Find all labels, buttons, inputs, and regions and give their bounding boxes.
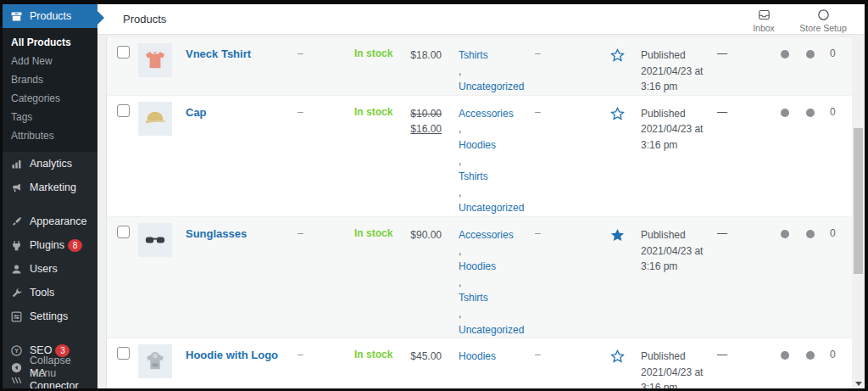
sale-price: $16.00 <box>399 121 442 137</box>
status-dot-icon <box>781 50 789 59</box>
date-cell: Published2021/04/23 at3:16 pm <box>637 338 717 388</box>
category-link[interactable]: Hoodies <box>459 259 520 275</box>
store-setup-icon <box>816 8 831 22</box>
category-link[interactable]: Tshirts <box>459 47 520 64</box>
product-name-link[interactable]: Cap <box>186 106 292 119</box>
categories-cell: Tshirts, Uncategorized <box>442 37 531 95</box>
thumbnail-cell <box>132 96 180 136</box>
sidebar-separator <box>3 328 97 338</box>
status-dot-icon <box>781 351 789 360</box>
category-link[interactable]: Hoodies <box>459 137 520 154</box>
inbox-button[interactable]: Inbox <box>734 6 793 33</box>
stock-status: In stock <box>348 37 399 59</box>
brush-icon <box>9 215 23 228</box>
sku-value: – <box>292 217 348 239</box>
status-dot-cell <box>798 96 823 120</box>
product-image[interactable] <box>138 344 172 378</box>
date-cell: Published2021/04/23 at3:16 pm <box>637 217 717 275</box>
sidebar-item-collapse-menu[interactable]: Collapse menu <box>3 349 97 385</box>
product-name-link[interactable]: Sunglasses <box>186 227 292 240</box>
price-value: $18.00 <box>399 37 442 64</box>
row-checkbox[interactable] <box>117 46 130 59</box>
category-link[interactable]: Tshirts <box>459 290 520 306</box>
store-setup-label: Store Setup <box>799 23 846 33</box>
sidebar-subitem-attributes[interactable]: Attributes <box>3 126 97 145</box>
thumbnail-cell <box>132 37 180 77</box>
collapse-arrow-icon <box>9 360 23 374</box>
stock-status: In stock <box>348 217 399 239</box>
sidebar-item-settings[interactable]: Settings <box>3 304 97 328</box>
product-name-link[interactable]: Hoodie with Logo <box>186 349 292 361</box>
user-icon <box>9 262 23 276</box>
sidebar-item-label: Settings <box>30 310 68 323</box>
activity-panel: Inbox Store Setup <box>734 6 865 33</box>
thumbnail-cell <box>132 217 180 257</box>
sku-value: – <box>292 338 348 360</box>
category-link[interactable]: Accessories <box>459 106 520 122</box>
status-dot-cell <box>772 96 798 120</box>
sidebar-subitem-tags[interactable]: Tags <box>3 108 97 126</box>
scrollbar-thumb[interactable] <box>854 128 863 274</box>
megaphone-icon <box>9 181 23 194</box>
vertical-scrollbar[interactable] <box>852 35 865 388</box>
sidebar-subitem-add-new[interactable]: Add New <box>3 52 97 70</box>
sidebar-item-tools[interactable]: Tools <box>3 281 97 304</box>
row-checkbox[interactable] <box>117 226 130 238</box>
price-value: $10.00$16.00 <box>399 96 442 137</box>
inbox-label: Inbox <box>753 23 775 33</box>
category-link[interactable]: Uncategorized <box>459 200 520 216</box>
sidebar-item-label: Users <box>30 263 58 276</box>
select-cell <box>107 338 132 362</box>
category-link[interactable]: Uncategorized <box>459 322 520 338</box>
tags-value: – <box>531 96 603 118</box>
products-submenu: All ProductsAdd NewBrandsCategoriesTagsA… <box>3 28 97 152</box>
date-cell: Published2021/04/23 at3:16 pm <box>637 96 717 154</box>
tags-value: – <box>531 217 603 239</box>
select-cell <box>107 217 132 241</box>
featured-star-icon[interactable] <box>609 47 626 64</box>
status-dot-cell <box>772 37 798 61</box>
extra-dash-value: — <box>717 217 772 239</box>
category-link[interactable]: Tshirts <box>459 169 520 185</box>
sidebar-item-marketing[interactable]: Marketing <box>3 176 97 199</box>
sidebar-separator <box>3 199 97 209</box>
row-checkbox[interactable] <box>117 347 130 360</box>
sidebar-item-appearance[interactable]: Appearance <box>3 209 97 233</box>
page-header: Products Inbox Store Setup <box>97 4 865 35</box>
sidebar-item-label: Appearance <box>30 215 86 228</box>
status-dot-cell <box>772 338 798 362</box>
category-link[interactable]: Accessories <box>459 227 520 243</box>
featured-cell <box>603 96 637 125</box>
status-dot-icon <box>781 230 789 238</box>
extra-dash-value: — <box>717 338 772 360</box>
price-value: $45.00 <box>399 338 442 365</box>
sidebar-subitem-all-products[interactable]: All Products <box>3 33 97 52</box>
category-link[interactable]: Uncategorized <box>459 79 520 95</box>
product-name-link[interactable]: Vneck Tshirt <box>186 47 292 60</box>
category-link[interactable]: Hoodies <box>459 349 520 365</box>
sidebar-item-products[interactable]: Products <box>3 4 97 28</box>
sidebar-item-label: Plugins8 <box>30 239 82 252</box>
featured-star-icon[interactable] <box>609 106 626 122</box>
status-dot-icon <box>806 50 815 59</box>
product-image[interactable] <box>138 223 172 257</box>
store-setup-button[interactable]: Store Setup <box>793 6 853 33</box>
status-dot-cell <box>798 217 823 241</box>
row-checkbox[interactable] <box>117 104 130 117</box>
tags-value: – <box>531 37 603 59</box>
sku-value: – <box>292 96 348 118</box>
name-cell: Sunglasses <box>180 217 292 240</box>
thumbnail-cell <box>132 338 180 378</box>
row-count: 0 <box>823 37 852 59</box>
select-cell <box>107 37 132 61</box>
featured-star-icon[interactable] <box>609 349 626 365</box>
product-image[interactable] <box>138 102 172 136</box>
product-image[interactable] <box>138 43 172 77</box>
sidebar-subitem-brands[interactable]: Brands <box>3 70 97 89</box>
sidebar-subitem-categories[interactable]: Categories <box>3 89 97 108</box>
sidebar-item-users[interactable]: Users <box>3 257 97 281</box>
sidebar-item-analytics[interactable]: Analytics <box>3 152 97 176</box>
featured-star-icon[interactable] <box>609 227 626 243</box>
status-dot-icon <box>806 230 815 238</box>
sidebar-item-plugins[interactable]: Plugins8 <box>3 233 97 257</box>
